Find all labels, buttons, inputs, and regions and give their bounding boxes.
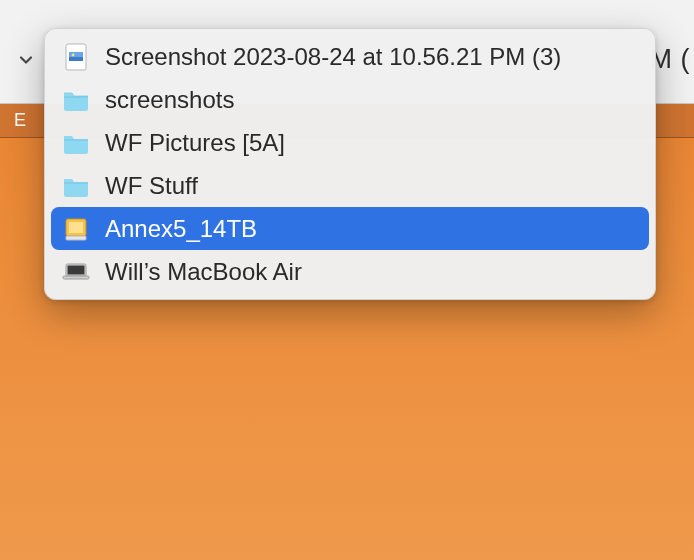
svg-rect-9: [63, 276, 89, 279]
folder-icon: [61, 85, 91, 115]
menu-item-computer[interactable]: Will’s MacBook Air: [51, 250, 649, 293]
svg-rect-5: [66, 236, 86, 240]
menu-item-label: WF Pictures [5A]: [105, 129, 639, 157]
menu-item-label: screenshots: [105, 86, 639, 114]
laptop-icon: [61, 257, 91, 287]
svg-rect-6: [69, 222, 83, 233]
chevron-down-icon: [18, 52, 34, 68]
menu-item-file[interactable]: Screenshot 2023-08-24 at 10.56.21 PM (3): [51, 35, 649, 78]
folder-icon: [61, 171, 91, 201]
path-dropdown-trigger[interactable]: [14, 48, 38, 72]
folder-icon: [61, 128, 91, 158]
menu-item-disk[interactable]: Annex5_14TB: [51, 207, 649, 250]
menu-item-folder[interactable]: WF Stuff: [51, 164, 649, 207]
image-file-icon: [61, 42, 91, 72]
menu-item-label: WF Stuff: [105, 172, 639, 200]
external-disk-icon: [61, 214, 91, 244]
menu-item-label: Annex5_14TB: [105, 215, 639, 243]
menu-item-label: Will’s MacBook Air: [105, 258, 639, 286]
path-dropdown-menu: Screenshot 2023-08-24 at 10.56.21 PM (3)…: [44, 28, 656, 300]
svg-rect-8: [68, 265, 85, 274]
menu-item-folder[interactable]: screenshots: [51, 78, 649, 121]
menu-item-label: Screenshot 2023-08-24 at 10.56.21 PM (3): [105, 43, 639, 71]
desktop-background: M ( E Screenshot 2023-08-24 at 10.56.21 …: [0, 0, 694, 560]
svg-point-3: [72, 53, 75, 56]
tab-label-fragment: E: [0, 104, 40, 137]
svg-rect-2: [69, 57, 83, 61]
menu-item-folder[interactable]: WF Pictures [5A]: [51, 121, 649, 164]
